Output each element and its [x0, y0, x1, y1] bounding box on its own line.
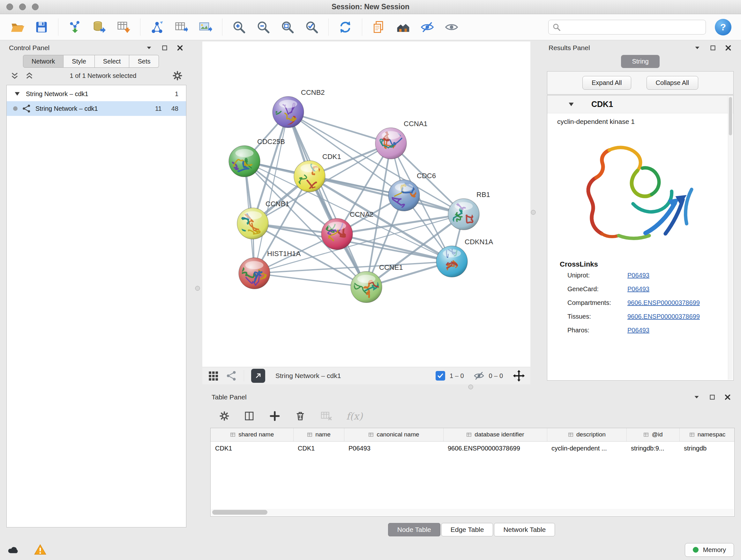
table-hscroll-thumb[interactable] — [212, 510, 267, 515]
warning-icon[interactable] — [34, 543, 47, 556]
tab-string[interactable]: String — [621, 55, 659, 68]
window-zoom-button[interactable] — [32, 3, 39, 10]
chevron-down-icon[interactable] — [145, 44, 153, 52]
network-node-HIST1H1A[interactable] — [239, 258, 270, 289]
edge-CCNE1-HIST1H1A[interactable] — [254, 273, 366, 287]
tab-network-table[interactable]: Network Table — [494, 523, 555, 537]
search-box[interactable] — [548, 20, 706, 35]
zoom-selected-button[interactable] — [304, 19, 320, 35]
expand-all-button[interactable]: Expand All — [583, 76, 631, 90]
table-settings-gear-icon[interactable] — [219, 411, 229, 421]
edge-CCNB2-CCNA1[interactable] — [288, 112, 391, 143]
edge-RB1-HIST1H1A[interactable] — [254, 214, 464, 273]
expand-all-icon[interactable] — [25, 71, 34, 80]
results-scrollbar[interactable] — [728, 96, 733, 380]
save-session-button[interactable] — [34, 19, 49, 35]
hide-selected-button[interactable] — [420, 19, 435, 35]
results-panel-title: Results Panel — [549, 44, 590, 52]
expander-icon[interactable] — [13, 90, 21, 98]
network-canvas[interactable]: CCNB2CCNA1CDC25BCDK1CDC6RB1CCNB1CCNA2CDK… — [202, 42, 530, 367]
maximize-icon[interactable] — [709, 44, 717, 52]
zoom-fit-content-button[interactable] — [280, 19, 295, 35]
tissues-link[interactable]: 9606.ENSP00000378699 — [627, 313, 700, 320]
import-table-from-file-button[interactable] — [116, 19, 131, 35]
network-collection-row[interactable]: String Network – cdk1 1 — [7, 86, 186, 101]
new-table-button[interactable] — [174, 19, 189, 35]
table-row[interactable]: CDK1CDK1P064939606.ENSP00000378699cyclin… — [211, 441, 735, 455]
tab-edge-table[interactable]: Edge Table — [441, 523, 493, 537]
collapse-all-icon[interactable] — [10, 71, 19, 80]
open-session-button[interactable] — [10, 19, 25, 35]
gear-icon[interactable] — [172, 71, 183, 81]
maximize-icon[interactable] — [709, 393, 716, 401]
column-header-name[interactable]: name — [293, 428, 344, 441]
show-all-button[interactable] — [444, 19, 459, 35]
gene-entry-header[interactable]: CDK1 — [547, 96, 733, 113]
column-header-canonical-name[interactable]: canonical name — [344, 428, 443, 441]
network-node-CCNB2[interactable] — [263, 97, 304, 132]
network-node-CCNA1[interactable] — [375, 128, 407, 159]
close-icon[interactable] — [176, 44, 184, 52]
clone-network-button[interactable] — [371, 19, 387, 35]
close-icon[interactable] — [724, 393, 731, 401]
add-column-icon[interactable] — [269, 410, 280, 422]
search-input[interactable] — [564, 23, 702, 31]
edge-CCNB2-HIST1H1A[interactable] — [254, 112, 288, 273]
column-header-shared-name[interactable]: shared name — [211, 428, 293, 441]
right-splitter-handle[interactable] — [531, 210, 536, 215]
pharos-link[interactable]: P06493 — [627, 327, 650, 334]
chevron-down-icon[interactable] — [692, 393, 701, 401]
column-header-database-identifier[interactable]: database identifier — [443, 428, 547, 441]
memory-button[interactable]: Memory — [685, 543, 734, 557]
selected-checkbox-icon[interactable] — [435, 371, 445, 381]
close-icon[interactable] — [724, 44, 732, 52]
window-close-button[interactable] — [6, 3, 13, 10]
apply-layout-button[interactable] — [338, 19, 353, 35]
zoom-in-button[interactable] — [231, 19, 247, 35]
move-crosshair-icon[interactable] — [513, 369, 525, 382]
show-columns-icon[interactable] — [244, 410, 255, 422]
collapse-all-button[interactable]: Collapse All — [647, 76, 698, 90]
column-header--id[interactable]: @id — [626, 428, 679, 441]
share-view-icon[interactable] — [226, 370, 237, 381]
export-image-button[interactable] — [198, 19, 213, 35]
new-network-button[interactable] — [149, 19, 165, 35]
genecard-link[interactable]: P06493 — [627, 286, 650, 293]
grid-view-icon[interactable] — [207, 370, 219, 381]
detach-view-button[interactable] — [251, 369, 265, 383]
window-minimize-button[interactable] — [19, 3, 26, 10]
uniprot-link[interactable]: P06493 — [627, 272, 650, 279]
edge-CDK1-RB1[interactable] — [310, 176, 464, 214]
network-node-CCNA2[interactable] — [321, 216, 353, 250]
entry-expander-icon[interactable] — [567, 100, 576, 109]
tab-sets[interactable]: Sets — [129, 55, 159, 68]
network-row[interactable]: String Network – cdk1 11 48 — [7, 101, 186, 116]
network-graph[interactable]: CCNB2CCNA1CDC25BCDK1CDC6RB1CCNB1CCNA2CDK… — [202, 42, 530, 367]
maximize-icon[interactable] — [161, 44, 169, 52]
tab-style[interactable]: Style — [64, 55, 94, 68]
tab-network[interactable]: Network — [23, 55, 64, 68]
column-header-description[interactable]: description — [547, 428, 626, 441]
hidden-eye-slash-icon[interactable] — [474, 370, 484, 381]
cloud-icon[interactable] — [7, 543, 20, 557]
tab-select[interactable]: Select — [95, 55, 130, 68]
delete-column-icon[interactable] — [294, 410, 306, 422]
table-hscrollbar[interactable] — [211, 509, 734, 516]
network-node-CDC25B[interactable] — [228, 145, 260, 179]
bottom-splitter-handle[interactable] — [468, 385, 473, 389]
network-node-CDC6[interactable] — [388, 180, 420, 211]
import-network-from-database-button[interactable] — [91, 19, 107, 35]
import-network-from-file-button[interactable] — [67, 19, 83, 35]
show-home-panel-button[interactable] — [395, 19, 411, 35]
network-node-count: 11 — [155, 105, 162, 112]
left-splitter-handle[interactable] — [195, 286, 200, 291]
sort-icon — [643, 432, 649, 438]
help-button[interactable]: ? — [715, 19, 731, 36]
compartments-link[interactable]: 9606.ENSP00000378699 — [627, 299, 700, 307]
chevron-down-icon[interactable] — [693, 44, 701, 52]
network-node-CCNB1[interactable] — [235, 208, 268, 239]
network-node-CCNE1[interactable] — [351, 271, 383, 303]
tab-node-table[interactable]: Node Table — [388, 523, 441, 537]
zoom-out-button[interactable] — [256, 19, 271, 35]
column-header-namespac[interactable]: namespac — [679, 428, 735, 441]
